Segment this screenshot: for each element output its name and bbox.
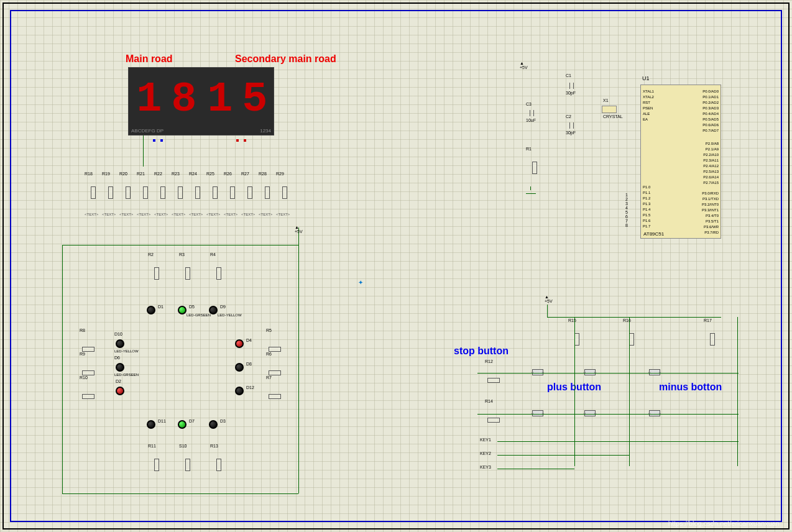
button-sw-1a[interactable] bbox=[532, 369, 543, 375]
secondary-road-title: Secondary main road bbox=[235, 53, 336, 65]
led-D12[interactable] bbox=[235, 387, 244, 395]
led-D2[interactable] bbox=[116, 387, 124, 395]
crystal-X1[interactable] bbox=[602, 106, 617, 113]
led-D3[interactable] bbox=[209, 420, 218, 429]
resistor-R25[interactable]: R25<TEXT> bbox=[208, 180, 223, 205]
c1-label: C1 bbox=[566, 73, 571, 78]
resistor-R6[interactable]: R6 bbox=[267, 360, 282, 385]
resistor-R2[interactable]: R2 bbox=[149, 261, 164, 286]
resistor-R22[interactable]: R22<TEXT> bbox=[155, 180, 170, 205]
resistor-R29[interactable]: R29<TEXT> bbox=[277, 180, 292, 205]
c1-value: 30pF bbox=[566, 91, 576, 95]
wire bbox=[629, 317, 630, 466]
digit-1: 1 bbox=[134, 76, 165, 122]
led-D5-label: D5 bbox=[189, 305, 195, 309]
display-pin-labels: ABCDEFG DP 1234 bbox=[131, 128, 271, 134]
led-D4[interactable] bbox=[235, 339, 244, 348]
resistor-R1[interactable]: R1 bbox=[527, 155, 542, 180]
resistor-R27[interactable]: R27<TEXT> bbox=[242, 180, 257, 205]
led-D11[interactable] bbox=[147, 420, 155, 429]
wire bbox=[547, 305, 548, 317]
wire bbox=[574, 317, 575, 466]
cap-C1[interactable] bbox=[566, 83, 578, 88]
resistor-row-led-top: R2 R3 R4 bbox=[149, 261, 226, 286]
resistor-R8[interactable]: R8 bbox=[81, 337, 96, 362]
pin-dot bbox=[160, 139, 163, 142]
resistor-R3[interactable]: R3 bbox=[180, 261, 195, 286]
pin-dot bbox=[153, 139, 155, 142]
led-D1[interactable] bbox=[147, 306, 155, 314]
cap-C3[interactable] bbox=[526, 111, 538, 116]
wire bbox=[477, 373, 739, 374]
resistor-R9[interactable]: R9 bbox=[81, 360, 96, 385]
watermark: https://blog.csdn.net/ericanxuanxuan bbox=[668, 520, 780, 527]
resistor-R21[interactable]: R21<TEXT> bbox=[138, 180, 153, 205]
resistor-R15[interactable]: R15 bbox=[569, 327, 584, 352]
led-D3-label: D3 bbox=[220, 419, 226, 423]
resistor-R20[interactable]: R20<TEXT> bbox=[121, 180, 136, 205]
main-road-title: Main road bbox=[126, 53, 173, 65]
x1-value: CRYSTAL bbox=[603, 114, 623, 119]
resistor-R17[interactable]: R17 bbox=[705, 327, 720, 352]
resistor-R14[interactable]: R14 bbox=[486, 408, 501, 433]
led-D8-label: D8 bbox=[246, 362, 252, 366]
minus-button-label: minus botton bbox=[659, 382, 722, 393]
led-D7[interactable] bbox=[178, 420, 186, 429]
led-D5[interactable] bbox=[178, 306, 186, 314]
cap-C2[interactable] bbox=[566, 123, 578, 128]
net-key2: KEY2 bbox=[480, 451, 491, 456]
button-sw-2b[interactable] bbox=[584, 410, 596, 416]
net-labels: 12345678 bbox=[625, 193, 628, 227]
mcu-pins-right-3: P3.0/RXDP3.1/TXDP3.2/INT0 P3.3/INT1P3.4/… bbox=[702, 191, 719, 236]
digit-4: 5 bbox=[239, 76, 270, 122]
led-D10[interactable] bbox=[116, 339, 124, 348]
resistor-row-led-bottom: R11 S10 R13 bbox=[149, 452, 226, 477]
vcc-osc: ▲+5V bbox=[520, 61, 528, 70]
x1-label: X1 bbox=[603, 98, 609, 103]
pin-dot bbox=[244, 139, 246, 142]
mcu-ref: U1 bbox=[642, 75, 650, 81]
digit-2: 8 bbox=[168, 76, 200, 122]
vcc-buttons: ▲+5V bbox=[545, 295, 553, 303]
led-D10-label: D10 bbox=[114, 332, 122, 336]
pin-dot bbox=[236, 139, 239, 142]
resistor-R13[interactable]: R13 bbox=[211, 452, 226, 477]
led-D6-sub: LED-GRSEEN bbox=[114, 373, 139, 377]
resistor-R5[interactable]: R5 bbox=[267, 337, 282, 362]
resistor-R26[interactable]: R26<TEXT> bbox=[225, 180, 240, 205]
wire bbox=[497, 441, 739, 442]
wire bbox=[497, 455, 629, 456]
resistor-R10[interactable]: R10 bbox=[81, 384, 96, 409]
led-D5-sub: LED-GRSEEN bbox=[186, 313, 211, 317]
mcu-pins-left-1: XTAL1XTAL2 RST PSENALEEA bbox=[643, 89, 654, 122]
resistor-S10[interactable]: S10 bbox=[180, 452, 195, 477]
led-D6-label: D6 bbox=[114, 355, 120, 360]
origin-marker-icon: ✦ bbox=[358, 279, 363, 286]
resistor-R4[interactable]: R4 bbox=[211, 261, 226, 286]
resistor-R16[interactable]: R16 bbox=[624, 327, 639, 352]
mcu-U1[interactable]: U1 XTAL1XTAL2 RST PSENALEEA P1.0P1.1P1.2… bbox=[640, 85, 721, 239]
wire bbox=[737, 317, 738, 466]
resistor-R28[interactable]: R28<TEXT> bbox=[260, 180, 275, 205]
resistor-R23[interactable]: R23<TEXT> bbox=[173, 180, 188, 205]
button-sw-1c[interactable] bbox=[649, 369, 660, 375]
button-sw-2c[interactable] bbox=[649, 410, 660, 416]
resistor-R7[interactable]: R7 bbox=[267, 384, 282, 409]
button-sw-2a[interactable] bbox=[532, 410, 543, 416]
resistor-R24[interactable]: R24<TEXT> bbox=[190, 180, 205, 205]
led-D9-label: D9 bbox=[220, 305, 226, 309]
wire bbox=[477, 414, 739, 415]
c3-label: C3 bbox=[526, 102, 532, 106]
wire bbox=[62, 493, 298, 494]
resistor-R12[interactable]: R12 bbox=[486, 368, 501, 393]
led-D6[interactable] bbox=[116, 363, 124, 372]
led-D9-sub: LED-YELLOW bbox=[218, 313, 242, 317]
resistor-R18[interactable]: R18<TEXT> bbox=[86, 180, 101, 205]
resistor-R19[interactable]: R19<TEXT> bbox=[103, 180, 118, 205]
seven-segment-display[interactable]: 1 8 1 5 ABCDEFG DP 1234 bbox=[128, 67, 274, 135]
digit-3: 1 bbox=[205, 76, 236, 122]
button-sw-1b[interactable] bbox=[584, 369, 596, 375]
mcu-pins-right-2: P2.0/A8P2.1/A9P2.2/A10 P2.3/A11P2.4/A12P… bbox=[703, 141, 719, 186]
resistor-R11[interactable]: R11 bbox=[149, 452, 164, 477]
led-D8[interactable] bbox=[235, 363, 244, 372]
